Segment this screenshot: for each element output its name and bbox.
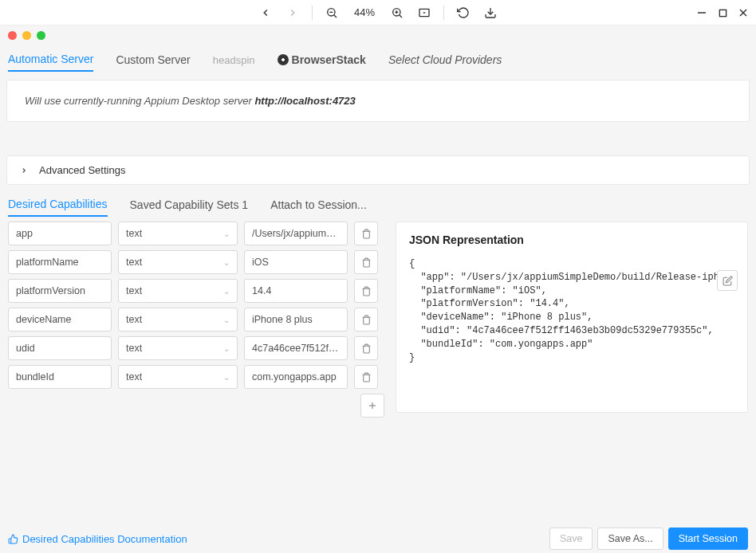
capability-type-select[interactable]: text⌄ [118,365,238,389]
capability-type-select[interactable]: text⌄ [118,279,238,303]
tab-custom-server[interactable]: Custom Server [116,53,190,71]
info-text: Will use currently-running Appium Deskto… [25,95,254,107]
mac-close-button[interactable] [8,31,17,40]
capability-type-select[interactable]: text⌄ [118,308,238,331]
advanced-settings-toggle[interactable]: Advanced Settings [6,155,750,185]
capability-name-input[interactable] [8,308,112,331]
viewer-toolbar: 44% [0,0,756,25]
mac-minimize-button[interactable] [22,31,31,40]
delete-capability-button[interactable] [354,222,378,245]
window-maximize-button[interactable] [716,6,729,19]
mac-maximize-button[interactable] [37,31,45,40]
mac-titlebar [0,25,756,45]
save-button[interactable]: Save [549,528,593,550]
chevron-down-icon: ⌄ [223,258,230,267]
tab-saved-sets[interactable]: Saved Capability Sets 1 [130,198,249,216]
chevron-down-icon: ⌄ [223,229,230,238]
capability-type-value: text [126,285,142,296]
tab-desired-capabilities[interactable]: Desired Capabilities [8,198,108,217]
json-representation-panel: JSON Representation { "app": "/Users/jx/… [396,222,748,413]
tab-headspin[interactable]: headspin [213,54,255,71]
main-area: text⌄text⌄text⌄text⌄text⌄text⌄ JSON Repr… [0,217,756,553]
zoom-level: 44% [351,6,378,18]
capability-value-input[interactable] [244,279,348,303]
delete-capability-button[interactable] [354,365,378,389]
advanced-settings-label: Advanced Settings [39,164,125,176]
capabilities-column: text⌄text⌄text⌄text⌄text⌄text⌄ [8,222,384,548]
save-as-button[interactable]: Save As... [597,528,663,550]
delete-capability-button[interactable] [354,279,378,303]
chevron-down-icon: ⌄ [223,344,230,353]
appium-window: Automatic Server Custom Server headspin … [0,25,756,553]
capability-row: text⌄ [8,250,384,274]
doc-link-label: Desired Capabilities Documentation [22,533,187,545]
tab-attach-session[interactable]: Attach to Session... [270,198,367,216]
capability-name-input[interactable] [8,250,112,274]
tab-browserstack-label: BrowserStack [292,53,366,66]
capability-name-input[interactable] [8,365,112,389]
download-button[interactable] [482,5,498,21]
capability-type-select[interactable]: text⌄ [118,250,238,274]
json-title: JSON Representation [409,233,734,246]
capability-name-input[interactable] [8,279,112,303]
chevron-down-icon: ⌄ [223,373,230,382]
thumbs-up-icon [8,534,18,544]
next-page-button[interactable] [285,5,301,21]
capability-value-input[interactable] [244,308,348,331]
start-session-button[interactable]: Start Session [668,528,748,550]
capability-row: text⌄ [8,308,384,331]
capability-tabs: Desired Capabilities Saved Capability Se… [0,190,756,217]
tab-browserstack[interactable]: BrowserStack [278,53,366,71]
add-capability-button[interactable] [360,394,384,418]
edit-json-button[interactable] [717,270,738,291]
capability-row: text⌄ [8,279,384,303]
prev-page-button[interactable] [258,5,274,21]
capability-row: text⌄ [8,365,384,389]
window-close-button[interactable] [737,6,750,19]
tab-automatic-server[interactable]: Automatic Server [8,53,93,72]
server-url: http://localhost:4723 [254,95,355,107]
capability-value-input[interactable] [244,336,348,360]
fit-width-button[interactable] [416,5,432,21]
capability-type-value: text [126,257,142,268]
capability-type-select[interactable]: text⌄ [118,336,238,360]
svg-rect-11 [719,10,726,16]
server-info-panel: Will use currently-running Appium Deskto… [6,80,750,122]
chevron-right-icon [20,167,28,175]
doc-link[interactable]: Desired Capabilities Documentation [8,533,187,545]
capability-value-input[interactable] [244,365,348,389]
delete-capability-button[interactable] [354,308,378,331]
tab-select-cloud[interactable]: Select Cloud Providers [388,53,502,71]
window-minimize-button[interactable] [695,6,708,19]
zoom-in-button[interactable] [389,5,405,21]
json-body: { "app": "/Users/jx/appiumSimpleDemo/bui… [409,257,734,364]
chevron-down-icon: ⌄ [223,316,230,324]
footer: Desired Capabilities Documentation Save … [0,524,756,553]
capability-name-input[interactable] [8,222,112,245]
rotate-button[interactable] [455,5,471,21]
svg-line-1 [334,14,337,17]
capability-value-input[interactable] [244,250,348,274]
footer-buttons: Save Save As... Start Session [549,528,748,550]
window-controls [695,0,750,25]
zoom-out-button[interactable] [324,5,340,21]
capability-type-select[interactable]: text⌄ [118,222,238,245]
viewer-center: 44% [258,5,498,21]
capability-type-value: text [126,228,142,239]
delete-capability-button[interactable] [354,336,378,360]
separator [312,6,313,20]
svg-line-4 [400,14,402,17]
separator [443,6,444,20]
capability-type-value: text [126,314,142,325]
chevron-down-icon: ⌄ [223,287,230,296]
browserstack-icon [278,54,289,65]
server-tabs: Automatic Server Custom Server headspin … [0,45,756,75]
capability-row: text⌄ [8,222,384,245]
capability-type-value: text [126,371,142,382]
delete-capability-button[interactable] [354,250,378,274]
capability-row: text⌄ [8,336,384,360]
capability-type-value: text [126,343,142,354]
capability-name-input[interactable] [8,336,112,360]
capability-value-input[interactable] [244,222,348,245]
